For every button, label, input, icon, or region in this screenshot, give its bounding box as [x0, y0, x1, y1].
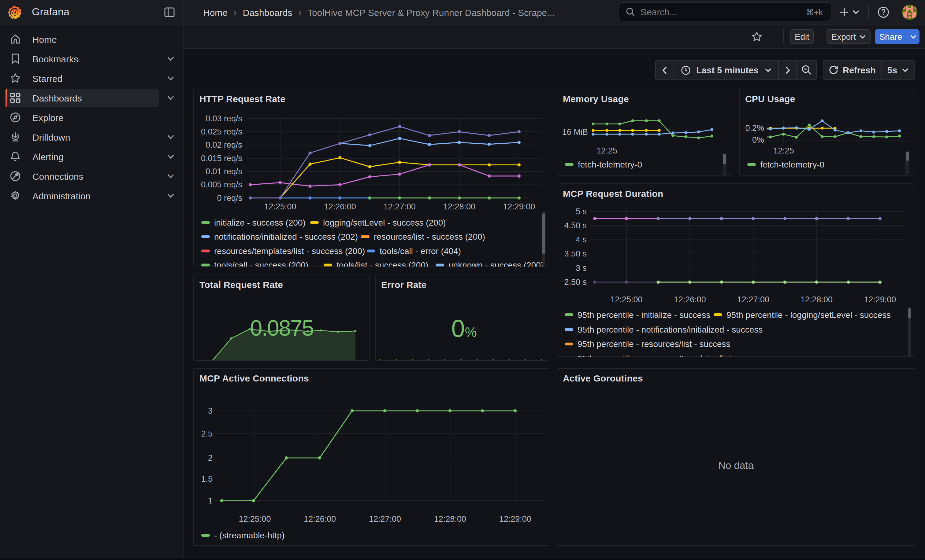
svg-text:3 s: 3 s [575, 263, 587, 273]
svg-text:- (streamable-http): - (streamable-http) [214, 531, 285, 540]
svg-text:12:27:00: 12:27:00 [384, 202, 416, 211]
svg-text:2: 2 [208, 453, 212, 462]
svg-text:12:29:00: 12:29:00 [499, 515, 531, 524]
svg-text:95th percentile - resources/li: 95th percentile - resources/list - succe… [577, 339, 731, 349]
svg-text:0.015 req/s: 0.015 req/s [201, 154, 242, 163]
svg-text:0.005 req/s: 0.005 req/s [201, 180, 242, 189]
svg-text:0.03 req/s: 0.03 req/s [206, 114, 242, 123]
svg-text:2.5: 2.5 [201, 429, 212, 438]
svg-text:0.025 req/s: 0.025 req/s [201, 127, 242, 136]
svg-text:12:26:00: 12:26:00 [674, 295, 706, 304]
svg-text:12:27:00: 12:27:00 [737, 295, 769, 304]
svg-text:95th percentile - initialize -: 95th percentile - initialize - success [577, 310, 710, 320]
svg-text:12:28:00: 12:28:00 [443, 202, 475, 211]
svg-text:12:25: 12:25 [597, 146, 617, 155]
svg-text:12:25:00: 12:25:00 [264, 202, 296, 211]
svg-text:95th percentile - notification: 95th percentile - notifications/initiali… [577, 325, 762, 335]
svg-text:0.02 req/s: 0.02 req/s [206, 140, 242, 150]
svg-text:1: 1 [208, 496, 212, 505]
svg-text:12:28:00: 12:28:00 [800, 295, 833, 304]
svg-text:tools/call - error (404): tools/call - error (404) [380, 246, 461, 256]
svg-text:95th percentile - logging/setL: 95th percentile - logging/setLevel - suc… [726, 310, 891, 320]
svg-text:tools/call - success (200): tools/call - success (200) [214, 260, 308, 267]
svg-text:1.5: 1.5 [201, 474, 212, 483]
svg-text:notifications/initialized - su: notifications/initialized - success (202… [214, 232, 358, 242]
svg-text:logging/setLevel - success (20: logging/setLevel - success (200) [323, 218, 446, 227]
svg-text:12:25:00: 12:25:00 [239, 515, 271, 524]
svg-text:5 s: 5 s [575, 207, 587, 216]
svg-text:4.50 s: 4.50 s [564, 221, 587, 230]
svg-text:95th percentile - resources/te: 95th percentile - resources/templates/li… [577, 354, 770, 357]
svg-text:12:25: 12:25 [773, 146, 794, 155]
svg-text:12:29:00: 12:29:00 [503, 202, 535, 211]
svg-text:3.50 s: 3.50 s [564, 249, 587, 258]
svg-text:12:28:00: 12:28:00 [434, 515, 466, 524]
svg-text:12:29:00: 12:29:00 [864, 295, 896, 304]
svg-text:resources/templates/list - suc: resources/templates/list - success (200) [214, 246, 365, 256]
svg-text:4 s: 4 s [575, 235, 587, 244]
svg-text:12:26:00: 12:26:00 [324, 202, 356, 211]
svg-text:initialize - success (200): initialize - success (200) [214, 218, 306, 227]
svg-text:0.01 req/s: 0.01 req/s [206, 167, 242, 176]
svg-text:0.2%: 0.2% [745, 123, 764, 133]
svg-text:fetch-telemetry-0: fetch-telemetry-0 [578, 160, 642, 169]
svg-text:0%: 0% [752, 135, 764, 144]
svg-text:unknown - success (200): unknown - success (200) [449, 260, 544, 267]
svg-text:3: 3 [208, 406, 212, 416]
svg-text:resources/list - success (200): resources/list - success (200) [374, 232, 485, 242]
svg-text:0 req/s: 0 req/s [217, 194, 242, 203]
svg-text:12:27:00: 12:27:00 [369, 515, 401, 524]
svg-text:12:25:00: 12:25:00 [610, 295, 642, 304]
svg-text:2.50 s: 2.50 s [564, 278, 587, 287]
svg-text:tools/list - success (200): tools/list - success (200) [336, 260, 428, 267]
svg-text:fetch-telemetry-0: fetch-telemetry-0 [760, 160, 824, 169]
svg-text:12:26:00: 12:26:00 [304, 515, 336, 524]
svg-text:16 MiB: 16 MiB [562, 128, 588, 137]
